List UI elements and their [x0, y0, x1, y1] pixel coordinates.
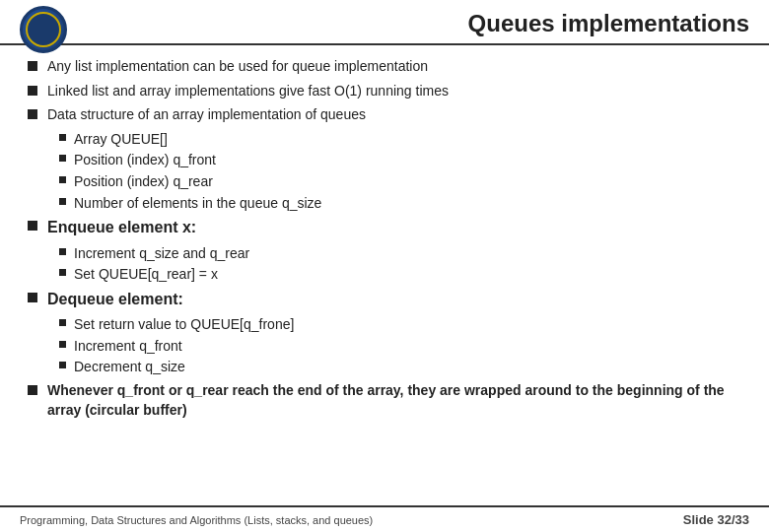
bullet-icon: [28, 109, 37, 119]
bullet-icon: [28, 385, 37, 395]
list-item: Data structure of an array implementatio…: [28, 105, 741, 125]
sub-list: Array QUEUE[] Position (index) q_front P…: [59, 130, 741, 213]
list-item: Whenever q_front or q_rear reach the end…: [28, 381, 741, 420]
list-item: Increment q_front: [59, 337, 741, 357]
circular-text: Whenever q_front or q_rear reach the end…: [47, 381, 741, 420]
slide: Queues implementations Any list implemen…: [0, 0, 769, 532]
sub-bullet-icon: [59, 319, 66, 326]
bullet-icon: [28, 86, 37, 96]
sub-bullet-text: Increment q_front: [74, 337, 182, 357]
header: Queues implementations: [0, 0, 769, 45]
dequeue-label: Dequeue element:: [47, 289, 183, 310]
sub-bullet-text: Number of elements in the queue q_size: [74, 194, 321, 214]
enqueue-label: Enqueue element x:: [47, 217, 196, 238]
sub-bullet-icon: [59, 155, 66, 162]
sub-bullet-icon: [59, 269, 66, 276]
sub-bullet-text: Position (index) q_front: [74, 151, 216, 170]
sub-bullet-icon: [59, 362, 66, 368]
sub-bullet-icon: [59, 248, 66, 255]
list-item: Linked list and array implementations gi…: [28, 82, 741, 101]
bullet-text: Data structure of an array implementatio…: [47, 105, 366, 125]
bullet-text: Linked list and array implementations gi…: [47, 82, 449, 101]
slide-title: Queues implementations: [468, 10, 749, 37]
bullet-icon: [28, 61, 37, 71]
sub-list: Set return value to QUEUE[q_frone] Incre…: [59, 315, 741, 377]
sub-bullet-text: Set return value to QUEUE[q_frone]: [74, 315, 294, 335]
list-item: Position (index) q_rear: [59, 172, 741, 192]
list-item: Position (index) q_front: [59, 151, 741, 170]
sub-bullet-text: Set QUEUE[q_rear] = x: [74, 265, 218, 285]
sub-bullet-icon: [59, 198, 66, 205]
logo-inner: [26, 12, 61, 47]
list-item: Increment q_size and q_rear: [59, 244, 741, 264]
list-item: Decrement q_size: [59, 358, 741, 377]
content-area: Any list implementation can be used for …: [0, 45, 769, 505]
sub-list: Increment q_size and q_rear Set QUEUE[q_…: [59, 244, 741, 285]
list-item: Dequeue element:: [28, 289, 741, 310]
logo-circle: [20, 6, 67, 53]
list-item: Any list implementation can be used for …: [28, 57, 741, 77]
bullet-text: Any list implementation can be used for …: [47, 57, 428, 77]
sub-bullet-text: Increment q_size and q_rear: [74, 244, 249, 264]
list-item: Set return value to QUEUE[q_frone]: [59, 315, 741, 335]
sub-bullet-icon: [59, 176, 66, 183]
footer: Programming, Data Structures and Algorit…: [0, 505, 769, 532]
list-item: Number of elements in the queue q_size: [59, 194, 741, 214]
sub-bullet-icon: [59, 341, 66, 348]
list-item: Set QUEUE[q_rear] = x: [59, 265, 741, 285]
list-item: Enqueue element x:: [28, 217, 741, 238]
list-item: Array QUEUE[]: [59, 130, 741, 150]
sub-bullet-icon: [59, 134, 66, 141]
sub-bullet-text: Decrement q_size: [74, 358, 185, 377]
logo: [20, 6, 67, 53]
slide-number: Slide 32/33: [683, 512, 749, 527]
footer-course: Programming, Data Structures and Algorit…: [20, 514, 373, 526]
bullet-icon: [28, 293, 37, 302]
bullet-icon: [28, 221, 37, 231]
sub-bullet-text: Array QUEUE[]: [74, 130, 168, 150]
sub-bullet-text: Position (index) q_rear: [74, 172, 213, 192]
